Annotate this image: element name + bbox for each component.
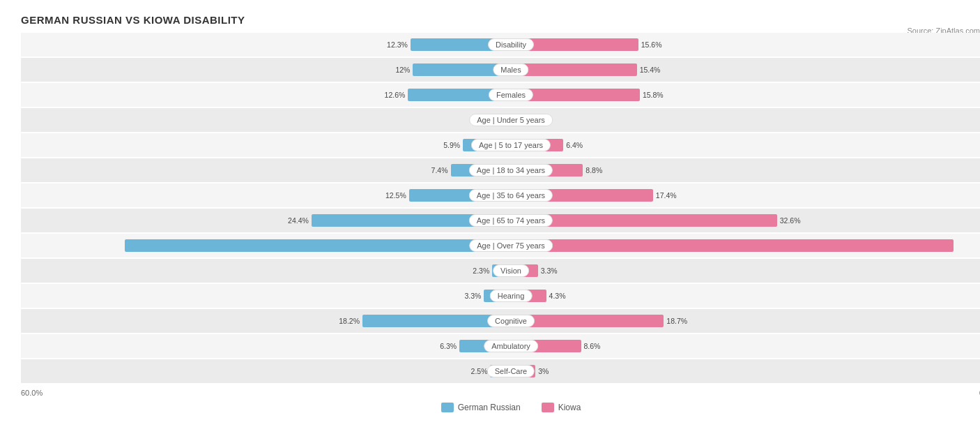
bar-label: Disability (488, 38, 534, 51)
bar-left-section: 2.3% (21, 259, 511, 283)
bar-label: Age | Over 75 years (469, 239, 553, 252)
bar-left-value: 12.5% (385, 191, 406, 200)
bar-right-value: 4.3% (549, 292, 566, 300)
bar-row: 12.3% Disability 15.6% (21, 33, 980, 57)
bar-right-section: 32.6% (511, 209, 980, 232)
bar-right-value: 15.8% (643, 91, 664, 99)
bar-label: Age | 35 to 64 years (469, 189, 553, 202)
bar-right-section: 6.4% (511, 133, 980, 157)
bar-left-value: 24.4% (288, 216, 309, 225)
bar-row: 12% Males 15.4% (21, 58, 980, 82)
bar-label: Age | Under 5 years (469, 114, 553, 126)
legend: German Russian Kiowa (21, 403, 980, 412)
bar-row: 18.2% Cognitive 18.7% (21, 309, 980, 333)
bar-left-section: 18.2% (21, 309, 511, 333)
legend-color-blue (441, 403, 454, 412)
bar-left-section: 12.5% (21, 183, 511, 207)
bar-label: Ambulatory (484, 340, 538, 352)
bar-row: 47.3% Age | Over 75 years 54.2% (21, 234, 980, 257)
bar-right-section: 15.8% (511, 83, 980, 107)
bar-right-value: 3.3% (541, 267, 558, 275)
bar-right-section: 3% (511, 359, 980, 383)
x-axis-left: 60.0% (21, 389, 43, 397)
bar-left-value: 12.6% (385, 91, 406, 99)
legend-label-pink: Kiowa (558, 403, 581, 412)
legend-label-blue: German Russian (458, 403, 521, 412)
bar-left-section: 2.5% (21, 359, 511, 383)
bar-right-value: 6.4% (566, 141, 583, 149)
bar-right-section: 18.7% (511, 309, 980, 333)
x-axis: 60.0% 60.0% (21, 389, 980, 397)
bar-left-value: 12.3% (387, 40, 408, 49)
bar-label: Age | 18 to 34 years (469, 164, 553, 177)
bar-left-section: 12.3% (21, 33, 511, 57)
bar-right-section: 17.4% (511, 183, 980, 207)
bar-label: Females (489, 89, 533, 101)
bar-left-section: 6.3% (21, 334, 511, 358)
legend-item-blue: German Russian (441, 403, 521, 412)
bar-left-value: 2.3% (473, 267, 489, 275)
bar-right-section: 15.6% (511, 33, 980, 57)
bar-label: Age | 65 to 74 years (469, 214, 553, 227)
bar-right-value: 3% (538, 367, 549, 375)
legend-item-pink: Kiowa (542, 403, 581, 412)
bar-right-section: 1.5% (511, 108, 980, 132)
bar-left-value: 12% (395, 66, 410, 74)
bar-blue: 47.3% (125, 239, 511, 252)
bar-label: Self-Care (487, 365, 535, 377)
bar-row: 6.3% Ambulatory 8.6% (21, 334, 980, 358)
bar-left-value: 6.3% (440, 342, 457, 350)
bar-right-value: 18.7% (666, 317, 687, 325)
chart-wrapper: 12.3% Disability 15.6% 12% Males 15.4% (21, 33, 980, 383)
bar-left-section: 3.3% (21, 284, 511, 308)
bar-right-section: 54.2% (511, 234, 980, 257)
bar-right-value: 32.6% (780, 216, 801, 225)
bar-right-section: 8.6% (511, 334, 980, 358)
bar-left-section: 24.4% (21, 209, 511, 232)
bar-row: 5.9% Age | 5 to 17 years 6.4% (21, 133, 980, 157)
bar-row: 12.5% Age | 35 to 64 years 17.4% (21, 183, 980, 207)
bar-left-section: 5.9% (21, 133, 511, 157)
bar-row: 12.6% Females 15.8% (21, 83, 980, 107)
bar-label: Age | 5 to 17 years (471, 139, 551, 151)
bar-left-value: 2.5% (471, 367, 488, 375)
bar-left-section: 1.6% (21, 108, 511, 132)
bar-right-section: 8.8% (511, 158, 980, 182)
bar-right-value: 8.8% (585, 166, 602, 174)
bar-pink: 54.2% (511, 239, 954, 252)
legend-color-pink (542, 403, 554, 412)
bar-right-value: 15.6% (641, 40, 662, 49)
bar-label: Males (493, 63, 528, 76)
bar-row: 2.3% Vision 3.3% (21, 259, 980, 283)
bar-pink (511, 63, 637, 76)
bar-row: 2.5% Self-Care 3% (21, 359, 980, 383)
bar-right-value: 17.4% (656, 191, 677, 200)
chart-title: GERMAN RUSSIAN VS KIOWA DISABILITY (21, 14, 980, 26)
bar-row: 1.6% Age | Under 5 years 1.5% (21, 108, 980, 132)
bar-right-value: 15.4% (640, 66, 661, 74)
bar-right-section: 4.3% (511, 284, 980, 308)
bar-left-value: 7.4% (431, 166, 448, 174)
bar-row: 24.4% Age | 65 to 74 years 32.6% (21, 209, 980, 232)
bar-left-section: 12.6% (21, 83, 511, 107)
bar-right-value: 8.6% (584, 342, 601, 350)
chart-area: 12.3% Disability 15.6% 12% Males 15.4% (21, 33, 980, 412)
bar-label: Vision (493, 264, 529, 277)
bar-right-section: 15.4% (511, 58, 980, 82)
bar-left-section: 47.3% (21, 234, 511, 257)
bar-left-value: 5.9% (443, 141, 460, 149)
bar-row: 3.3% Hearing 4.3% (21, 284, 980, 308)
bar-label: Cognitive (487, 315, 535, 327)
bar-row: 7.4% Age | 18 to 34 years 8.8% (21, 158, 980, 182)
bar-left-value: 3.3% (464, 292, 481, 300)
bar-right-section: 3.3% (511, 259, 980, 283)
bar-label: Hearing (490, 290, 533, 302)
bar-left-section: 7.4% (21, 158, 511, 182)
bar-left-section: 12% (21, 58, 511, 82)
bar-left-value: 18.2% (339, 317, 360, 325)
